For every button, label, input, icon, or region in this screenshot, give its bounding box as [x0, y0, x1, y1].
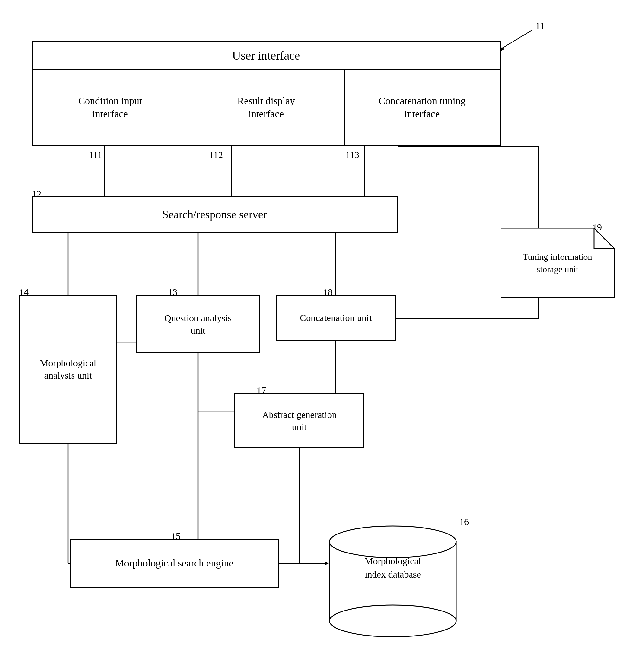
- svg-point-29: [329, 526, 456, 557]
- tuning-storage-label: Tuning informationstorage unit: [500, 228, 614, 298]
- search-response-server: Search/response server: [32, 196, 398, 233]
- label-113: 113: [345, 150, 359, 160]
- tuning-storage-box: Tuning informationstorage unit: [500, 228, 614, 298]
- morpho-db-label: Morphologicalindex database: [326, 554, 459, 581]
- condition-input-interface: Condition inputinterface: [33, 70, 188, 145]
- ref-16: 16: [459, 516, 469, 527]
- user-interface-title: User interface: [33, 42, 499, 70]
- user-interface-box: User interface Condition inputinterface …: [32, 41, 500, 146]
- svg-point-28: [329, 605, 456, 637]
- morphological-search-engine: Morphological search engine: [70, 538, 279, 588]
- label-111: 111: [89, 150, 102, 160]
- question-analysis-unit: Question analysisunit: [136, 294, 260, 353]
- diagram-container: 11 User interface Condition inputinterfa…: [0, 0, 644, 665]
- ref-11: 11: [535, 21, 545, 31]
- concatenation-tuning-interface: Concatenation tuninginterface: [345, 70, 499, 145]
- svg-marker-1: [500, 47, 505, 51]
- result-display-interface: Result displayinterface: [188, 70, 344, 145]
- abstract-generation-unit: Abstract generationunit: [234, 393, 364, 448]
- morphological-index-database: Morphologicalindex database: [326, 523, 459, 640]
- svg-line-0: [500, 30, 532, 49]
- morphological-analysis-unit: Morphologicalanalysis unit: [19, 294, 117, 443]
- label-112: 112: [209, 150, 223, 160]
- concatenation-unit: Concatenation unit: [276, 294, 396, 341]
